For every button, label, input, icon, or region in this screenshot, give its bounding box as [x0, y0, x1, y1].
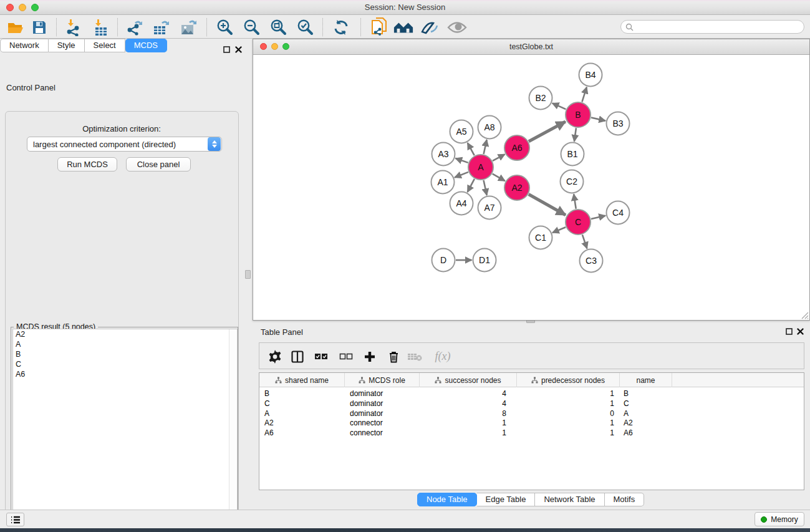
- scrollbar-track[interactable]: [229, 329, 237, 532]
- graph-node[interactable]: A7: [478, 196, 501, 220]
- close-panel-button-2[interactable]: Close panel: [126, 157, 191, 172]
- graph-edge[interactable]: [574, 128, 576, 141]
- table-cell[interactable]: A2: [620, 418, 672, 428]
- graph-node[interactable]: D1: [473, 249, 496, 272]
- graph-edge[interactable]: [484, 180, 487, 195]
- search-field[interactable]: [620, 20, 804, 34]
- delete-column-button[interactable]: [384, 347, 403, 365]
- tab-network[interactable]: Network: [0, 39, 49, 52]
- import-table-button[interactable]: [90, 17, 111, 37]
- close-window-button[interactable]: [6, 4, 14, 11]
- table-cell[interactable]: A6: [259, 428, 345, 438]
- tab-style[interactable]: Style: [49, 39, 85, 52]
- function-builder-button[interactable]: f(x): [429, 347, 456, 365]
- graph-edge[interactable]: [493, 154, 505, 160]
- graph-node[interactable]: D: [432, 249, 455, 272]
- table-cell[interactable]: connector: [345, 418, 420, 428]
- graph-edge[interactable]: [529, 122, 566, 142]
- table-cell[interactable]: A2: [259, 418, 345, 428]
- graph-node[interactable]: A1: [432, 171, 455, 194]
- network-canvas[interactable]: B4B2BB3A8A5A6A3B1AA1C2A2A4A7C4CC1DD1C3: [253, 55, 809, 320]
- graph-node[interactable]: C: [566, 210, 591, 235]
- table-cell[interactable]: 1: [517, 399, 620, 409]
- vertical-splitter-grip[interactable]: [245, 270, 251, 279]
- tab-edge-table[interactable]: Edge Table: [477, 493, 536, 506]
- graph-node[interactable]: A6: [504, 135, 529, 160]
- table-cell[interactable]: dominator: [345, 409, 420, 419]
- hide-panels-button[interactable]: [419, 17, 440, 37]
- graph-edge[interactable]: [582, 235, 587, 248]
- table-row[interactable]: Cdominator41C: [259, 399, 804, 409]
- float-table-panel-button[interactable]: [784, 327, 793, 336]
- show-hide-button[interactable]: [446, 17, 468, 37]
- graph-node[interactable]: B4: [579, 64, 602, 87]
- zoom-in-button[interactable]: [214, 17, 235, 37]
- table-row[interactable]: Bdominator41B: [259, 389, 804, 399]
- import-network-button[interactable]: [62, 17, 84, 37]
- search-input[interactable]: [634, 22, 796, 31]
- close-table-panel-button[interactable]: [796, 327, 804, 336]
- table-cell[interactable]: B: [620, 389, 672, 399]
- hide-all-columns-button[interactable]: [337, 347, 355, 365]
- table-row[interactable]: A6connector11A6: [259, 428, 804, 438]
- graph-edge[interactable]: [574, 194, 576, 208]
- table-cell[interactable]: 1: [517, 418, 620, 428]
- zoom-view-button[interactable]: [282, 43, 289, 50]
- graph-edge[interactable]: [455, 172, 468, 178]
- run-mcds-button[interactable]: Run MCDS: [57, 157, 117, 172]
- close-panel-button[interactable]: [234, 45, 243, 54]
- graph-node[interactable]: A4: [450, 192, 473, 215]
- graph-edge[interactable]: [493, 174, 505, 181]
- column-header-predecessor-nodes[interactable]: predecessor nodes: [517, 373, 620, 387]
- table-settings-button[interactable]: [266, 347, 284, 365]
- column-header-shared-name[interactable]: shared name: [259, 373, 345, 387]
- window-resize-grip[interactable]: [800, 311, 809, 319]
- split-table-button[interactable]: [288, 347, 307, 365]
- table-cell[interactable]: 4: [420, 389, 517, 399]
- list-item[interactable]: C: [13, 359, 237, 369]
- graph-edge[interactable]: [591, 118, 605, 121]
- table-cell[interactable]: dominator: [345, 389, 420, 399]
- graph-node[interactable]: A: [468, 155, 493, 180]
- graph-edge[interactable]: [552, 227, 566, 233]
- graph-edge[interactable]: [455, 158, 468, 163]
- tab-select[interactable]: Select: [85, 39, 125, 52]
- table-cell[interactable]: 1: [420, 418, 517, 428]
- table-cell[interactable]: C: [620, 399, 672, 409]
- zoom-out-button[interactable]: [241, 17, 262, 37]
- task-history-button[interactable]: [6, 513, 24, 526]
- minimize-window-button[interactable]: [19, 4, 26, 11]
- list-item[interactable]: A: [13, 339, 237, 349]
- list-item[interactable]: A2: [13, 329, 237, 339]
- delete-table-button[interactable]: [405, 347, 424, 365]
- table-row[interactable]: A2connector11A2: [259, 418, 804, 428]
- column-header-successor-nodes[interactable]: successor nodes: [420, 373, 517, 387]
- table-cell[interactable]: 1: [517, 389, 620, 399]
- graph-node[interactable]: A8: [478, 116, 501, 139]
- export-network-button[interactable]: [123, 17, 145, 37]
- table-cell[interactable]: 8: [420, 409, 517, 419]
- graph-node[interactable]: B: [566, 102, 591, 127]
- float-panel-button[interactable]: [222, 45, 231, 54]
- tab-network-table[interactable]: Network Table: [535, 493, 604, 506]
- zoom-selected-button[interactable]: [294, 17, 316, 37]
- home-button[interactable]: [393, 17, 414, 37]
- tab-motifs[interactable]: Motifs: [605, 493, 645, 506]
- graph-edge[interactable]: [552, 103, 566, 109]
- graph-edge[interactable]: [582, 87, 586, 102]
- graph-node[interactable]: C3: [580, 249, 603, 273]
- open-session-button[interactable]: [5, 17, 26, 37]
- column-header-mcds-role[interactable]: MCDS role: [345, 373, 420, 387]
- table-cell[interactable]: 0: [517, 409, 620, 419]
- table-cell[interactable]: connector: [345, 428, 420, 438]
- tab-mcds[interactable]: MCDS: [125, 39, 167, 52]
- table-row[interactable]: Adominator80A: [259, 409, 804, 419]
- table-cell[interactable]: C: [259, 399, 345, 409]
- tab-node-table[interactable]: Node Table: [417, 493, 477, 506]
- list-item[interactable]: B: [13, 349, 237, 359]
- zoom-window-button[interactable]: [31, 4, 39, 11]
- graph-node[interactable]: B2: [529, 87, 552, 110]
- criterion-select[interactable]: largest connected component (directed): [27, 137, 222, 152]
- graph-node[interactable]: A5: [450, 120, 473, 143]
- close-view-button[interactable]: [260, 43, 267, 50]
